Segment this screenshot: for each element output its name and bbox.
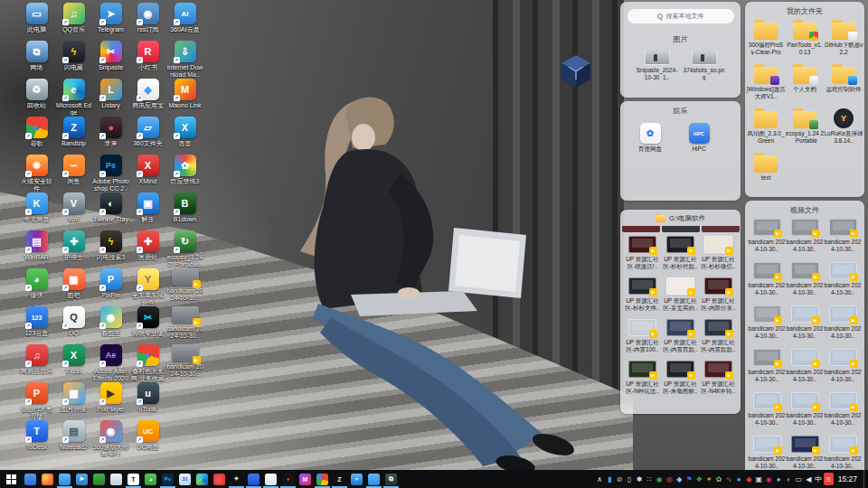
- video-file[interactable]: UP 资源汇社区-N种玩法..: [624, 361, 662, 402]
- tray-icon[interactable]: ●: [734, 473, 744, 485]
- desktop-icon[interactable]: 123 123云盘: [18, 306, 55, 344]
- taskbar-app-button[interactable]: ▼: [348, 470, 365, 488]
- desktop-icon[interactable]: ◉ rss订阅: [129, 3, 166, 41]
- desktop-icon[interactable]: ✚ 医鹿站: [129, 230, 166, 268]
- desktop-icon[interactable]: ➤ Telegram: [92, 3, 129, 41]
- tray-icon[interactable]: ✶: [704, 473, 714, 485]
- video-file[interactable]: bandicam 2024-10-30..: [824, 305, 862, 349]
- tray-icon[interactable]: ✱: [635, 473, 645, 485]
- video-file[interactable]: bandicam 2024-10-30..: [748, 349, 786, 392]
- tray-icon[interactable]: ⚑: [684, 473, 694, 485]
- video-file[interactable]: UP 资源汇社区-内置款款..: [700, 319, 738, 361]
- desktop-icon[interactable]: K 夸克网盘: [18, 192, 55, 230]
- taskbar-app-button[interactable]: [90, 470, 108, 488]
- tray-icon[interactable]: ◗: [784, 473, 794, 485]
- desktop-icon[interactable]: ● 谷歌: [18, 117, 55, 155]
- video-file[interactable]: UP 资源汇社区-杉杉付款..: [662, 236, 700, 277]
- tray-icon[interactable]: ▣: [754, 473, 764, 485]
- video-file[interactable]: UP 资源汇社区-绝激活!..: [624, 236, 662, 277]
- taskbar-app-button[interactable]: ◕: [142, 470, 159, 488]
- start-button[interactable]: [0, 470, 22, 488]
- cube-widget-icon[interactable]: [561, 54, 591, 89]
- taskbar-app-button[interactable]: ➤: [73, 470, 90, 488]
- desktop-icon[interactable]: ∽ 闲鱼: [55, 155, 92, 192]
- desktop-icon[interactable]: ♻ 回收站: [18, 79, 55, 117]
- desktop-icon[interactable]: ϟ 闪电搜索3: [92, 230, 129, 268]
- folder-item[interactable]: 300编程ProS y-Clear-Pro: [747, 20, 786, 64]
- desktop-icon[interactable]: ✿ 巨应壁纸3: [166, 155, 203, 192]
- taskbar-app-button[interactable]: [314, 470, 331, 488]
- video-file[interactable]: UP 资源汇社区-杉杉文件..: [624, 277, 662, 319]
- desktop-icon[interactable]: X Excel: [55, 344, 92, 382]
- video-file[interactable]: bandicam 2024-10-30..: [786, 219, 824, 262]
- taskbar-app-button[interactable]: [365, 470, 382, 488]
- tray-icon[interactable]: ◉: [655, 473, 665, 485]
- tray-icon[interactable]: ◀: [804, 473, 814, 485]
- desktop-icon[interactable]: R 小红书: [129, 41, 166, 79]
- desktop-icon[interactable]: ▦ 图吧: [55, 268, 92, 306]
- video-file[interactable]: UP 资源汇社区-内部分享..: [700, 277, 738, 319]
- desktop-icon[interactable]: e Microsoft Edge: [55, 79, 92, 117]
- desktop-icon[interactable]: ↻ ecopsy_1.24 2_Portable..: [166, 230, 203, 268]
- tray-icon[interactable]: ◆: [744, 473, 754, 485]
- desktop-icon[interactable]: ϟ 闪电藏: [55, 41, 92, 79]
- tray-icon[interactable]: ▮: [605, 473, 615, 485]
- desktop-icon[interactable]: ▭ 此电脑: [18, 3, 55, 41]
- desktop-icon[interactable]: ● 录屏: [92, 117, 129, 155]
- desktop-icon[interactable]: Ps Adobe Photoshop CC 2..: [92, 155, 129, 192]
- desktop-icon[interactable]: ⇩ Internet Download Ma..: [166, 41, 203, 79]
- video-file[interactable]: bandicam 2024-10-30..: [786, 262, 824, 305]
- desktop-icon[interactable]: ◉ 360驱动大师网卡版: [92, 420, 129, 458]
- taskbar-app-button[interactable]: Ps: [159, 470, 176, 488]
- fun-app[interactable]: ✿ 百度网盘: [629, 123, 671, 154]
- desktop-icon[interactable]: AI 360AI云盘: [166, 3, 203, 41]
- picture-file[interactable]: Snipaste_2024-10-30_1..: [637, 50, 678, 80]
- fun-app[interactable]: HiPC HiPC: [678, 123, 720, 154]
- desktop-icon[interactable]: X XMind: [129, 155, 166, 192]
- desktop-icon[interactable]: ▦ 图片拼接: [55, 382, 92, 420]
- tray-icon[interactable]: ◆: [675, 473, 684, 485]
- taskbar-app-button[interactable]: [56, 470, 73, 488]
- tray-icon[interactable]: ✿: [714, 473, 724, 485]
- desktop-icon[interactable]: u uTools: [129, 382, 166, 420]
- taskbar-app-button[interactable]: [245, 470, 262, 488]
- desktop-icon[interactable]: ✂ 剪映专业版: [129, 306, 166, 344]
- desktop-icon[interactable]: B B1down: [166, 192, 203, 230]
- desktop-icon[interactable]: ● 春村色浏览网 业多收藏版..: [129, 344, 166, 382]
- video-file[interactable]: bandicam 2024-10-30..: [824, 392, 862, 436]
- desktop-icon[interactable]: ◕ 微信: [18, 268, 55, 306]
- desktop-icon[interactable]: ▤ WinRAR: [18, 230, 55, 268]
- desktop-icon[interactable]: ▤ Notepad2: [55, 420, 92, 458]
- video-file[interactable]: UP 资源汇社区-内置百款..: [662, 319, 700, 361]
- tray-icon[interactable]: ◎: [665, 473, 675, 485]
- video-file[interactable]: UP 资源汇社区-朱敬图标..: [662, 361, 700, 402]
- folder-item[interactable]: text: [747, 153, 786, 197]
- desktop-icon[interactable]: T ToDesk: [18, 420, 55, 458]
- taskbar-app-button[interactable]: [262, 470, 279, 488]
- video-file[interactable]: bandicam 2024-10-30..: [786, 392, 824, 436]
- tray-icon[interactable]: 中: [814, 473, 824, 485]
- desktop-icon[interactable]: ♫ QQ音乐: [55, 3, 92, 41]
- video-file[interactable]: bandicam 2024-10-30..: [824, 262, 862, 305]
- folder-item[interactable]: GitHub下载器v2.2: [825, 20, 863, 64]
- desktop-icon[interactable]: bandicam 2024-10-30..: [166, 268, 203, 306]
- folder-item[interactable]: 风珀图_2.3.0_Green: [747, 108, 786, 153]
- desktop-icon[interactable]: M Maono Link: [166, 79, 203, 117]
- taskbar-app-button[interactable]: ✦: [228, 470, 245, 488]
- desktop-icon[interactable]: Q QQ: [55, 306, 92, 344]
- video-file[interactable]: bandicam 2024-10-30..: [748, 219, 786, 262]
- desktop-icon[interactable]: ◐ Twinkle Tray: [92, 192, 129, 230]
- tray-icon[interactable]: ⊘: [615, 473, 625, 485]
- taskbar-app-button[interactable]: ⧉: [382, 470, 400, 488]
- video-file[interactable]: bandicam 2024-10-30..: [748, 262, 786, 305]
- folder-item[interactable]: ecopsy_1.24 2_Portable: [786, 108, 825, 153]
- video-file[interactable]: bandicam 2024-10-30..: [786, 305, 824, 349]
- video-file[interactable]: UP 资源汇社区-内置100..: [624, 319, 662, 361]
- taskbar-app-button[interactable]: [39, 470, 56, 488]
- taskbar-app-button[interactable]: Z: [331, 470, 348, 488]
- taskbar-clock[interactable]: 15:27: [838, 474, 857, 483]
- tray-icon[interactable]: ●: [774, 473, 784, 485]
- desktop-icon[interactable]: ⧉ 网络: [18, 41, 55, 79]
- video-file[interactable]: bandicam 2024-10-30..: [748, 392, 786, 436]
- desktop-icon[interactable]: V vpn: [55, 192, 92, 230]
